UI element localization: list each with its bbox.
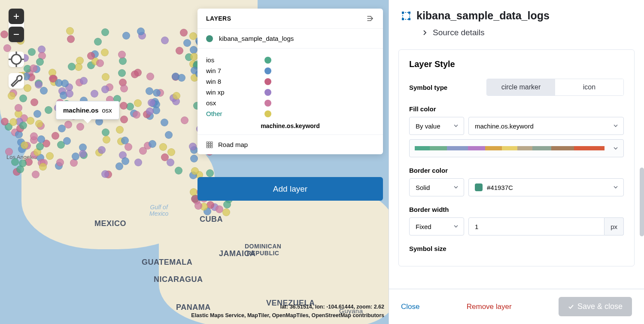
data-point[interactable] bbox=[30, 98, 38, 106]
basemap-name: Road map bbox=[218, 141, 248, 148]
symbol-type-circle-button[interactable]: circle marker bbox=[487, 79, 555, 95]
data-point[interactable] bbox=[39, 163, 47, 171]
data-point[interactable] bbox=[101, 170, 109, 178]
data-point[interactable] bbox=[173, 92, 180, 100]
data-point[interactable] bbox=[66, 27, 74, 35]
svg-rect-5 bbox=[402, 18, 404, 20]
data-point[interactable] bbox=[139, 147, 147, 155]
collapse-icon[interactable] bbox=[367, 15, 374, 22]
data-point[interactable] bbox=[79, 150, 87, 158]
unit-label: px bbox=[605, 217, 624, 235]
data-point[interactable] bbox=[194, 202, 202, 210]
border-color-mode-select[interactable]: Solid bbox=[409, 178, 464, 196]
data-point[interactable] bbox=[167, 159, 174, 166]
data-point[interactable] bbox=[165, 131, 173, 139]
data-point[interactable] bbox=[120, 102, 128, 110]
data-point[interactable] bbox=[146, 107, 154, 115]
data-point[interactable] bbox=[134, 99, 142, 107]
data-point[interactable] bbox=[153, 89, 161, 97]
data-point[interactable] bbox=[76, 123, 84, 131]
border-color-value-select[interactable]: #41937C bbox=[468, 178, 624, 196]
data-point[interactable] bbox=[1, 118, 9, 125]
legend-swatch bbox=[264, 67, 271, 74]
data-point[interactable] bbox=[63, 137, 71, 145]
legend-swatch bbox=[264, 57, 271, 64]
data-point[interactable] bbox=[176, 47, 183, 55]
data-point[interactable] bbox=[30, 64, 37, 72]
data-point[interactable] bbox=[102, 128, 109, 136]
data-point[interactable] bbox=[137, 28, 145, 35]
data-point[interactable] bbox=[103, 136, 110, 144]
scrollbar[interactable] bbox=[640, 168, 644, 236]
close-button[interactable]: Close bbox=[401, 303, 419, 311]
data-point[interactable] bbox=[24, 84, 31, 92]
save-close-button[interactable]: Save & close bbox=[559, 297, 632, 316]
legend-swatch bbox=[264, 89, 271, 96]
data-point[interactable] bbox=[206, 169, 214, 177]
field-label: Fill color bbox=[409, 105, 624, 113]
country-label: GUATEMALA bbox=[142, 258, 192, 267]
data-point[interactable] bbox=[189, 143, 197, 150]
data-point[interactable] bbox=[101, 49, 109, 56]
data-point[interactable] bbox=[80, 77, 88, 85]
data-point[interactable] bbox=[58, 125, 66, 132]
symbol-type-icon-button[interactable]: icon bbox=[555, 79, 623, 95]
data-point[interactable] bbox=[131, 70, 139, 78]
tools-button[interactable] bbox=[9, 73, 24, 89]
color-ramp-select[interactable] bbox=[409, 139, 624, 157]
svg-point-1 bbox=[12, 55, 21, 64]
data-point[interactable] bbox=[181, 116, 188, 124]
data-point[interactable] bbox=[101, 86, 109, 93]
data-point[interactable] bbox=[49, 75, 57, 83]
basemap-row[interactable]: Road map bbox=[197, 135, 383, 154]
data-point[interactable] bbox=[167, 148, 175, 156]
data-point[interactable] bbox=[175, 167, 182, 174]
zoom-out-button[interactable] bbox=[9, 27, 24, 42]
chevron-down-icon bbox=[613, 185, 618, 190]
data-point[interactable] bbox=[15, 104, 22, 112]
zoom-in-button[interactable] bbox=[9, 9, 24, 24]
border-width-mode-select[interactable]: Fixed bbox=[409, 217, 464, 235]
panel-title: kibana_sample_data_logs bbox=[416, 9, 550, 22]
data-point[interactable] bbox=[87, 52, 95, 60]
border-width-input[interactable] bbox=[468, 217, 605, 235]
data-point[interactable] bbox=[5, 148, 13, 156]
data-point[interactable] bbox=[183, 39, 191, 47]
data-point[interactable] bbox=[191, 167, 199, 175]
data-point[interactable] bbox=[190, 53, 198, 61]
data-point[interactable] bbox=[36, 58, 44, 66]
source-details-toggle[interactable]: Source details bbox=[422, 28, 631, 37]
fit-bounds-button[interactable] bbox=[9, 52, 24, 67]
data-point[interactable] bbox=[3, 44, 11, 52]
layer-row[interactable]: kibana_sample_data_logs bbox=[197, 29, 383, 49]
data-point[interactable] bbox=[45, 106, 52, 114]
data-point[interactable] bbox=[146, 87, 153, 95]
legend-item: win 7 bbox=[206, 65, 374, 76]
data-point[interactable] bbox=[70, 159, 78, 167]
data-point[interactable] bbox=[118, 51, 126, 58]
data-point[interactable] bbox=[159, 143, 167, 151]
map-tooltip: machine.ososx bbox=[56, 101, 119, 119]
data-point[interactable] bbox=[94, 38, 102, 46]
data-point[interactable] bbox=[67, 35, 75, 43]
data-point[interactable] bbox=[180, 29, 188, 37]
fill-color-field-select[interactable]: machine.os.keyword bbox=[468, 117, 624, 135]
data-point[interactable] bbox=[11, 158, 19, 166]
data-point[interactable] bbox=[8, 92, 15, 100]
data-point[interactable] bbox=[149, 140, 156, 148]
data-point[interactable] bbox=[30, 132, 38, 140]
data-point[interactable] bbox=[16, 165, 24, 173]
data-point[interactable] bbox=[190, 155, 198, 162]
fill-color-mode-select[interactable]: By value bbox=[409, 117, 464, 135]
legend-item: osx bbox=[206, 98, 374, 108]
data-point[interactable] bbox=[148, 99, 155, 107]
svg-rect-4 bbox=[408, 12, 410, 14]
data-point[interactable] bbox=[116, 126, 124, 134]
data-point[interactable] bbox=[125, 143, 132, 151]
data-point[interactable] bbox=[21, 141, 28, 149]
color-swatch bbox=[475, 183, 483, 191]
add-layer-button[interactable]: Add layer bbox=[197, 177, 383, 201]
data-point[interactable] bbox=[91, 90, 98, 98]
remove-layer-button[interactable]: Remove layer bbox=[467, 303, 512, 311]
data-point[interactable] bbox=[75, 63, 82, 71]
